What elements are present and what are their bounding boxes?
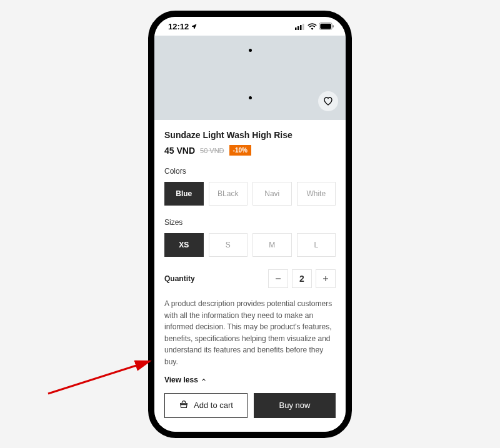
quantity-increment[interactable] — [316, 269, 336, 288]
status-bar: 12:12 — [154, 17, 346, 36]
svg-rect-7 — [276, 279, 281, 279]
chevron-up-icon — [201, 377, 207, 383]
svg-rect-6 — [332, 25, 334, 27]
product-detail-body: Sundaze Light Wash High Rise 45 VND 50 V… — [154, 120, 346, 432]
cart-icon — [179, 401, 189, 411]
callout-arrow — [45, 350, 158, 400]
phone-screen: 12:12 — [154, 17, 346, 432]
image-pager — [154, 43, 346, 54]
svg-rect-0 — [295, 27, 297, 30]
color-options: Blue BLack Navi White — [164, 182, 336, 206]
color-option-navi[interactable]: Navi — [252, 182, 292, 206]
buy-now-button[interactable]: Buy now — [254, 393, 336, 418]
product-description: A product description provides potential… — [164, 298, 336, 368]
color-option-white[interactable]: White — [297, 182, 336, 206]
size-option-m[interactable]: M — [252, 233, 292, 257]
product-price: 45 VND — [164, 146, 195, 156]
quantity-row: Quantity 2 — [164, 269, 336, 288]
size-option-xs[interactable]: XS — [164, 233, 204, 257]
svg-rect-1 — [298, 26, 299, 30]
signal-icon — [295, 23, 305, 30]
battery-icon — [319, 22, 334, 30]
quantity-value: 2 — [292, 269, 312, 288]
svg-rect-5 — [320, 24, 331, 29]
colors-label: Colors — [164, 167, 336, 176]
phone-frame: 12:12 — [148, 11, 352, 438]
view-less-label: View less — [164, 376, 198, 384]
price-row: 45 VND 50 VND -10% — [164, 145, 336, 156]
wifi-icon — [308, 23, 317, 30]
heart-icon — [323, 96, 333, 106]
minus-icon — [274, 275, 282, 282]
sizes-label: Sizes — [164, 218, 336, 227]
add-to-cart-label: Add to cart — [194, 401, 233, 410]
buy-now-label: Buy now — [279, 401, 311, 410]
plus-icon — [322, 275, 329, 282]
product-image-area — [154, 36, 346, 120]
svg-line-10 — [48, 361, 150, 394]
image-pager — [154, 91, 346, 102]
quantity-label: Quantity — [164, 274, 195, 283]
quantity-decrement[interactable] — [268, 269, 288, 288]
favorite-button[interactable] — [318, 91, 338, 111]
add-to-cart-button[interactable]: Add to cart — [164, 393, 248, 418]
product-title: Sundaze Light Wash High Rise — [164, 130, 336, 140]
size-option-l[interactable]: L — [297, 233, 336, 257]
status-time: 12:12 — [168, 22, 189, 31]
size-option-s[interactable]: S — [209, 233, 248, 257]
svg-rect-2 — [300, 25, 302, 30]
color-option-blue[interactable]: Blue — [164, 182, 204, 206]
discount-badge: -10% — [229, 145, 251, 156]
color-option-black[interactable]: BLack — [209, 182, 248, 206]
svg-rect-3 — [302, 24, 304, 30]
size-options: XS S M L — [164, 233, 336, 257]
product-old-price: 50 VND — [200, 147, 224, 154]
cta-row: Add to cart Buy now — [164, 393, 336, 427]
location-icon — [191, 24, 197, 29]
quantity-stepper: 2 — [268, 269, 336, 288]
view-less-toggle[interactable]: View less — [164, 376, 336, 384]
svg-rect-9 — [326, 276, 326, 281]
